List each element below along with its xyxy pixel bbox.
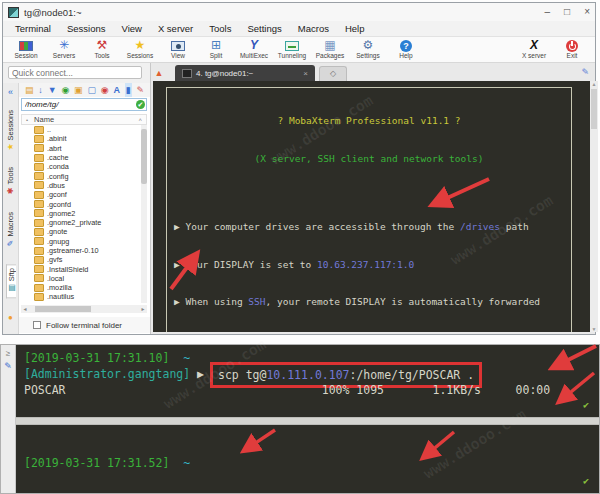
terminal-output[interactable]: ? MobaXterm Professional v11.1 ? (X serv… — [153, 81, 590, 332]
terminal-output-bottom[interactable]: [2019-03-31 17:31.10] ~ [Administrator.g… — [16, 345, 599, 493]
scroll-up-icon[interactable]: ▲ — [590, 81, 598, 87]
session-button[interactable]: Session — [7, 39, 45, 60]
tree-item[interactable]: .nautilus — [21, 292, 140, 301]
tree-item[interactable]: .gnome2 — [21, 209, 140, 218]
menu-tools[interactable]: Tools — [201, 21, 239, 37]
scroll-thumb[interactable] — [591, 89, 597, 129]
tools-button[interactable]: ⚒ Tools — [83, 39, 121, 60]
mobaxterm-window: tg@node01:~ – □ × Terminal Sessions View… — [2, 2, 596, 335]
collapse-sidebar-icon[interactable]: « — [8, 87, 13, 97]
menu-settings[interactable]: Settings — [239, 21, 289, 37]
scroll-left-icon[interactable]: ◄ — [21, 306, 29, 312]
tree-item[interactable]: .dbus — [21, 181, 140, 190]
tree-item[interactable]: .mozilla — [21, 283, 140, 292]
tree-item[interactable]: .config — [21, 171, 140, 180]
sessions-button[interactable]: ★ Sessions — [121, 39, 159, 60]
view-button[interactable]: View — [159, 39, 197, 60]
help-button[interactable]: ? Help — [387, 39, 425, 60]
follow-terminal-folder-label: Follow terminal folder — [46, 321, 122, 330]
scroll-right-icon[interactable]: ► — [139, 306, 147, 312]
remote-path-input[interactable] — [21, 98, 147, 111]
tree-item[interactable]: .gnote — [21, 227, 140, 236]
tab-close-icon[interactable]: × — [303, 69, 308, 78]
path-row: ✔ — [21, 98, 147, 112]
tree-item[interactable]: .abrt — [21, 144, 140, 153]
sidebar-tab-sessions[interactable]: ★ Sessions — [6, 110, 15, 153]
session-icon — [19, 41, 33, 51]
quick-connect-input[interactable] — [8, 66, 142, 79]
folder-icon — [34, 274, 44, 282]
follow-terminal-folder-checkbox[interactable] — [33, 321, 41, 329]
menu-help[interactable]: Help — [337, 21, 373, 37]
folder-icon — [34, 163, 44, 171]
servers-icon: ✳ — [59, 39, 69, 52]
split-icon: ⊞ — [211, 39, 221, 52]
menu-terminal[interactable]: Terminal — [7, 21, 59, 37]
close-button[interactable]: × — [584, 3, 590, 21]
menu-view[interactable]: View — [113, 21, 149, 37]
folder-icon — [34, 126, 44, 134]
app-icon — [8, 7, 19, 18]
packages-button[interactable]: ▦ Packages — [311, 39, 349, 60]
sidebar-strip: ≥ ✎ — [1, 345, 16, 493]
multiexec-button[interactable]: Y MultiExec — [235, 39, 273, 60]
tunneling-icon — [285, 41, 299, 51]
maximize-button[interactable]: □ — [564, 3, 570, 21]
menu-macros[interactable]: Macros — [290, 21, 337, 37]
tools-icon: ⚒ — [97, 39, 108, 52]
tree-item-parent[interactable]: .. — [21, 125, 140, 134]
pencil-icon: ✎ — [1, 361, 15, 371]
minimize-button[interactable]: – — [545, 3, 551, 21]
filter-icon[interactable]: ▼ — [48, 83, 57, 97]
font-icon[interactable]: A — [113, 83, 120, 97]
upload-arrow-icon[interactable]: ▲ — [151, 65, 167, 81]
tree-header-label: Name — [34, 115, 54, 124]
servers-button[interactable]: ✳ Servers — [45, 39, 83, 60]
tree-item[interactable]: .gstreamer-0.10 — [21, 246, 140, 255]
folder-up-icon[interactable]: ▤ — [25, 83, 34, 97]
tree-item[interactable]: .gvfs — [21, 255, 140, 264]
terminal-scrollbar[interactable]: ▲ ▼ — [590, 81, 598, 332]
tree-item[interactable]: .gnupg — [21, 237, 140, 246]
gear-icon: ⚙ — [363, 39, 374, 52]
server-view-icon[interactable]: ▮ — [125, 83, 132, 97]
terminal-tab-bar: ▲ 4. tg@node01:~ × ◇ ✎ — [151, 63, 595, 81]
stop-icon[interactable]: ◉ — [101, 83, 109, 97]
edit-pencil-icon[interactable]: ✎ — [581, 67, 589, 77]
xserver-button[interactable]: X X server — [515, 39, 553, 60]
tree-item[interactable]: .abinit — [21, 134, 140, 143]
settings-button[interactable]: ⚙ Settings — [349, 39, 387, 60]
scroll-thumb[interactable] — [35, 306, 91, 312]
tree-item[interactable]: .local — [21, 274, 140, 283]
tree-header[interactable]: • Name ˄ — [21, 114, 147, 125]
tunneling-button[interactable]: Tunneling — [273, 39, 311, 60]
exit-button[interactable]: Exit — [553, 39, 591, 60]
packages-icon: ▦ — [324, 39, 335, 52]
open-folder-icon[interactable]: ▣ — [74, 83, 83, 97]
menu-sessions[interactable]: Sessions — [59, 21, 114, 37]
menu-xserver[interactable]: X server — [150, 21, 201, 37]
folder-icon — [34, 191, 44, 199]
refresh-icon[interactable]: ◉ — [61, 83, 69, 97]
tree-vertical-scrollbar[interactable] — [141, 125, 147, 303]
sidebar-tab-tools[interactable]: ✱ Tools — [6, 167, 15, 198]
terminal-tab[interactable]: 4. tg@node01:~ × — [175, 65, 315, 81]
tree-item[interactable]: .cache — [21, 153, 140, 162]
tree-item[interactable]: .InstallShield — [21, 264, 140, 273]
tree-item[interactable]: .gconf — [21, 190, 140, 199]
scroll-down-icon[interactable]: ▼ — [590, 326, 598, 332]
sidebar-tab-sftp[interactable]: ▥ Sftp — [6, 264, 16, 298]
new-file-icon[interactable]: ▢ — [87, 83, 96, 97]
sidebar: « ★ Sessions ✱ Tools ✎ Macros ▥ Sftp ● — [3, 63, 151, 334]
new-tab-button[interactable]: ◇ — [319, 66, 347, 81]
edit-icon[interactable]: ✎ — [136, 83, 144, 97]
tree-item[interactable]: .conda — [21, 162, 140, 171]
tree-item[interactable]: .gnome2_private — [21, 218, 140, 227]
download-icon[interactable]: ↓ — [38, 83, 43, 97]
tree-horizontal-scrollbar[interactable]: ◄ ► — [21, 305, 147, 313]
split-button[interactable]: ⊞ Split — [197, 39, 235, 60]
tree-item[interactable]: .gconfd — [21, 199, 140, 208]
motd-banner: ? MobaXterm Professional v11.1 ? (X serv… — [166, 87, 572, 332]
scroll-thumb[interactable] — [141, 129, 147, 184]
sidebar-tab-macros[interactable]: ✎ Macros — [6, 212, 15, 250]
